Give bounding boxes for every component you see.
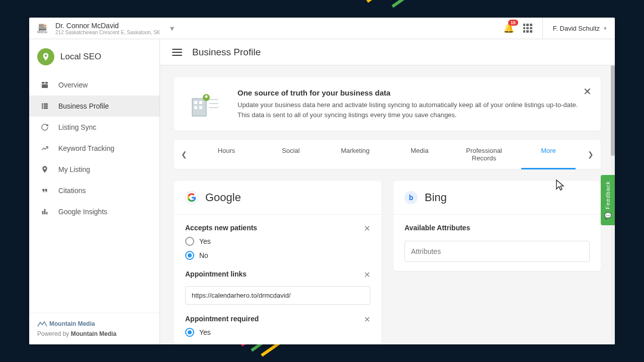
tab-professional-records[interactable]: Professional Records xyxy=(452,140,516,169)
radio-label: No xyxy=(199,251,208,259)
sidebar-item-overview[interactable]: Overview xyxy=(29,74,159,96)
hamburger-button[interactable] xyxy=(172,49,182,56)
google-icon xyxy=(185,191,198,204)
sidebar-item-listing-sync[interactable]: Listing Sync xyxy=(29,117,159,138)
brand-logo: Mountain Media xyxy=(37,320,151,327)
tabs-scroll-right[interactable]: ❯ xyxy=(581,143,601,166)
tab-media[interactable]: Media xyxy=(387,140,452,169)
tab-hours[interactable]: Hours xyxy=(194,140,259,169)
close-banner-button[interactable]: ✕ xyxy=(583,85,592,98)
user-name: F. David Schultz xyxy=(553,25,600,32)
pin-icon xyxy=(40,165,49,174)
sidebar-header: Local SEO xyxy=(29,39,159,74)
notification-badge: 15 xyxy=(508,20,518,26)
scrollbar-thumb[interactable] xyxy=(611,65,615,156)
user-menu[interactable]: F. David Schultz ▾ xyxy=(542,18,607,39)
svg-rect-7 xyxy=(42,108,43,109)
info-illustration-icon xyxy=(187,88,223,119)
apps-grid-button[interactable] xyxy=(523,24,532,33)
bing-panel: b Bing Available Attributes xyxy=(393,181,601,271)
sidebar-item-keyword-tracking[interactable]: Keyword Tracking xyxy=(29,138,159,159)
appointment-links-field: Appointment links ✕ xyxy=(185,270,370,305)
sidebar-item-label: Keyword Tracking xyxy=(58,144,114,152)
chart-icon xyxy=(40,207,49,216)
sidebar-item-label: Citations xyxy=(58,187,86,195)
chevron-down-icon: ▾ xyxy=(604,25,607,32)
sidebar-nav: Overview Business Profile Listing Sync K… xyxy=(29,74,159,222)
radio-label: Yes xyxy=(199,237,211,245)
appointment-required-field: Appointment required ✕ Yes xyxy=(185,315,370,337)
attributes-input[interactable] xyxy=(405,241,590,262)
radio-yes[interactable]: Yes xyxy=(185,328,370,337)
tabs-row: ❮ Hours Social Marketing Media Professio… xyxy=(174,140,601,169)
main-content: Business Profile xyxy=(160,39,615,344)
google-panel: Google Accepts new patients ✕ Yes xyxy=(174,181,381,344)
list-icon xyxy=(40,102,49,111)
tab-more[interactable]: More xyxy=(516,140,581,169)
info-heading: One source of truth for your business da… xyxy=(237,88,588,97)
svg-rect-9 xyxy=(42,211,44,215)
svg-rect-8 xyxy=(44,108,48,109)
bing-icon: b xyxy=(405,191,418,204)
top-bar: Menu Dr. Connor McDavid 212 Saskatchewan… xyxy=(29,18,615,39)
app-window: Menu Dr. Connor McDavid 212 Saskatchewan… xyxy=(29,18,615,344)
chevron-right-icon: ❯ xyxy=(588,150,594,158)
location-name: Dr. Connor McDavid xyxy=(55,22,160,30)
svg-rect-4 xyxy=(44,104,48,105)
svg-rect-6 xyxy=(44,106,48,107)
radio-no[interactable]: No xyxy=(185,251,370,260)
accepts-new-patients-field: Accepts new patients ✕ Yes No xyxy=(185,224,370,260)
close-icon: ✕ xyxy=(583,86,592,97)
chevron-left-icon: ❮ xyxy=(181,150,187,158)
app-logo-icon xyxy=(37,48,54,65)
close-icon: ✕ xyxy=(364,270,370,279)
info-body: Update your business data here and activ… xyxy=(237,100,588,120)
svg-rect-13 xyxy=(194,101,197,104)
field-label: Accepts new patients xyxy=(185,224,370,232)
chat-icon: 💬 xyxy=(604,212,612,219)
sidebar-item-label: Business Profile xyxy=(58,102,109,110)
svg-rect-15 xyxy=(194,106,197,109)
clear-field-button[interactable]: ✕ xyxy=(364,315,370,324)
menu-button[interactable]: Menu xyxy=(37,22,47,34)
svg-rect-5 xyxy=(42,106,43,107)
tabs-scroll-left[interactable]: ❮ xyxy=(174,143,194,166)
appointment-link-input[interactable] xyxy=(185,286,370,305)
sidebar-item-label: Listing Sync xyxy=(58,123,96,131)
close-icon: ✕ xyxy=(364,224,370,233)
sidebar-item-business-profile[interactable]: Business Profile xyxy=(29,96,159,117)
available-attributes-label: Available Attributes xyxy=(405,224,590,232)
google-panel-title: Google xyxy=(205,191,241,204)
powered-by-text: Powered by Mountain Media xyxy=(37,330,151,337)
tab-marketing[interactable]: Marketing xyxy=(323,140,387,169)
chevron-down-icon[interactable]: ▾ xyxy=(170,24,174,33)
clear-field-button[interactable]: ✕ xyxy=(364,270,370,280)
page-title: Business Profile xyxy=(192,47,261,58)
main-header: Business Profile xyxy=(160,39,615,65)
svg-rect-0 xyxy=(42,82,44,83)
location-selector[interactable]: Dr. Connor McDavid 212 Saskatchewan Cres… xyxy=(55,22,160,35)
location-address: 212 Saskatchewan Crescent E, Saskatoon, … xyxy=(55,30,160,35)
bing-panel-title: Bing xyxy=(425,191,447,204)
feedback-tab[interactable]: Feedback 💬 xyxy=(601,175,615,225)
sidebar: Local SEO Overview Business Profile List… xyxy=(29,39,160,344)
clear-field-button[interactable]: ✕ xyxy=(364,224,370,233)
radio-yes[interactable]: Yes xyxy=(185,237,370,246)
feedback-label: Feedback xyxy=(605,181,611,209)
sidebar-item-google-insights[interactable]: Google Insights xyxy=(29,201,159,222)
sidebar-item-my-listing[interactable]: My Listing xyxy=(29,159,159,180)
tab-social[interactable]: Social xyxy=(259,140,323,169)
sync-icon xyxy=(40,123,49,132)
sidebar-footer: Mountain Media Powered by Mountain Media xyxy=(29,313,159,344)
app-title: Local SEO xyxy=(60,52,101,62)
svg-rect-11 xyxy=(46,212,48,215)
close-icon: ✕ xyxy=(364,315,370,324)
sidebar-item-citations[interactable]: Citations xyxy=(29,180,159,201)
info-banner: One source of truth for your business da… xyxy=(174,77,601,131)
sidebar-item-label: My Listing xyxy=(58,165,90,173)
sidebar-item-label: Overview xyxy=(58,81,88,89)
radio-checked-icon xyxy=(185,328,194,337)
svg-rect-2 xyxy=(42,84,48,88)
quote-icon xyxy=(40,186,49,195)
notifications-button[interactable]: 🔔 15 xyxy=(503,23,514,34)
